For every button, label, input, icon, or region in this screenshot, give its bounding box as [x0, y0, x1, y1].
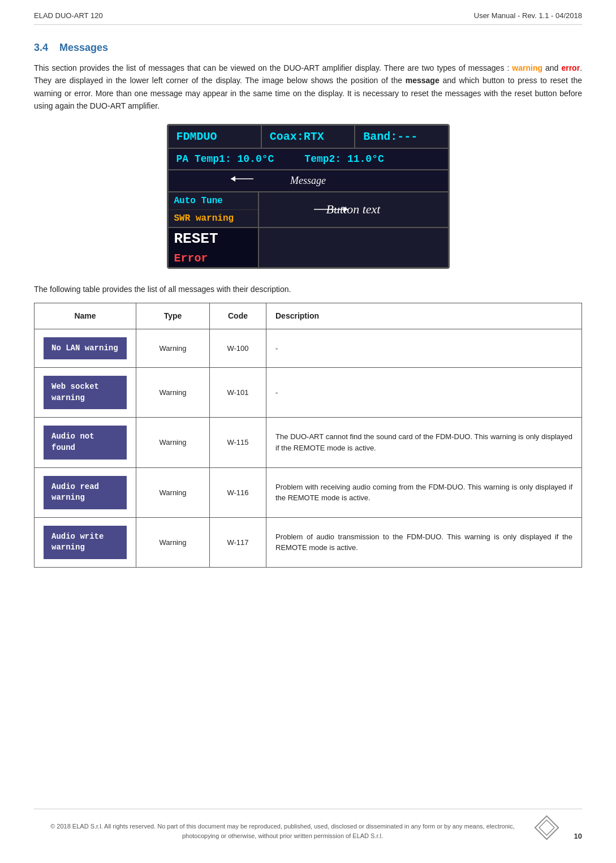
button-arrow — [314, 204, 359, 215]
table-header-row: Name Type Code Description — [35, 303, 582, 329]
table-row: Audio write warningWarningW-117Problem o… — [35, 517, 582, 567]
cell-code-4: W-117 — [210, 517, 266, 567]
section-name: Messages — [59, 42, 108, 53]
warning-word: warning — [512, 63, 542, 72]
cell-type-2: Warning — [136, 418, 210, 467]
cell-desc-2: The DUO-ART cannot find the sound card o… — [266, 418, 582, 467]
messages-table: Name Type Code Description No LAN warnin… — [34, 303, 582, 568]
table-intro: The following table provides the list of… — [34, 285, 582, 294]
th-type: Type — [136, 303, 210, 329]
header-right: User Manual - Rev. 1.1 - 04/2018 — [474, 11, 582, 20]
display-row4: Auto Tune SWR warning Button text — [169, 192, 448, 228]
footer-copyright: © 2018 ELAD S.r.l. All rights reserved. … — [34, 822, 531, 840]
name-badge-0: No LAN warning — [44, 337, 127, 360]
intro-text1: This section provides the list of messag… — [34, 63, 512, 72]
name-badge-3: Audio read warning — [44, 476, 127, 509]
display-button-text-area: Button text — [259, 192, 448, 227]
cell-name-4: Audio write warning — [35, 517, 136, 567]
display-left-col: Auto Tune SWR warning — [169, 192, 259, 227]
display-reset-col: RESET Error — [169, 228, 259, 267]
display-autotune: Auto Tune — [169, 192, 258, 210]
cell-desc-0: - — [266, 329, 582, 368]
display-image-container: FDMDUO Coax:RTX Band:--- PA Temp1: 10.0°… — [34, 124, 582, 269]
svg-marker-3 — [343, 207, 348, 212]
footer-icon-area — [531, 815, 559, 840]
cell-desc-4: Problem of audio transmission to the FDM… — [266, 517, 582, 567]
cell-name-3: Audio read warning — [35, 467, 136, 517]
diamond-icon — [534, 815, 559, 840]
th-code: Code — [210, 303, 266, 329]
cell-name-2: Audio not found — [35, 418, 136, 467]
cell-code-1: W-101 — [210, 368, 266, 418]
footer-page-number: 10 — [559, 832, 582, 840]
cell-type-0: Warning — [136, 329, 210, 368]
header-left: ELAD DUO-ART 120 — [34, 11, 103, 20]
name-badge-1: Web socket warning — [44, 376, 127, 409]
section-title: 3.4 Messages — [34, 42, 582, 54]
message-label: Message — [290, 175, 326, 187]
error-word: error — [561, 63, 580, 72]
intro-paragraph: This section provides the list of messag… — [34, 62, 582, 113]
svg-marker-4 — [535, 816, 558, 839]
svg-marker-5 — [539, 820, 554, 835]
section-number: 3.4 — [34, 42, 48, 53]
cell-type-3: Warning — [136, 467, 210, 517]
cell-name-0: No LAN warning — [35, 329, 136, 368]
display-swr: SWR warning — [169, 210, 258, 227]
display-row2: PA Temp1: 10.0°C Temp2: 11.0°C — [169, 149, 448, 170]
cell-type-1: Warning — [136, 368, 210, 418]
display-right-empty — [259, 228, 448, 267]
th-desc: Description — [266, 303, 582, 329]
display-reset: RESET — [169, 228, 258, 250]
cell-code-3: W-116 — [210, 467, 266, 517]
display-temp: PA Temp1: 10.0°C Temp2: 11.0°C — [169, 149, 448, 169]
table-row: No LAN warningWarningW-100- — [35, 329, 582, 368]
display-screen: FDMDUO Coax:RTX Band:--- PA Temp1: 10.0°… — [167, 124, 450, 269]
table-row: Audio not foundWarningW-115The DUO-ART c… — [35, 418, 582, 467]
message-bold: message — [406, 76, 440, 85]
display-error: Error — [169, 250, 258, 267]
display-row5: RESET Error — [169, 228, 448, 267]
display-band: Band:--- — [355, 126, 447, 148]
cell-type-4: Warning — [136, 517, 210, 567]
display-coax: Coax:RTX — [262, 126, 355, 148]
table-row: Web socket warningWarningW-101- — [35, 368, 582, 418]
cell-code-2: W-115 — [210, 418, 266, 467]
intro-text2: and — [542, 63, 561, 72]
cell-name-1: Web socket warning — [35, 368, 136, 418]
table-row: Audio read warningWarningW-116Problem wi… — [35, 467, 582, 517]
svg-marker-1 — [231, 176, 235, 182]
cell-desc-3: Problem with receiving audio coming from… — [266, 467, 582, 517]
message-arrow — [225, 170, 259, 187]
name-badge-4: Audio write warning — [44, 526, 127, 559]
cell-desc-1: - — [266, 368, 582, 418]
display-fdmduo: FDMDUO — [169, 126, 262, 148]
name-badge-2: Audio not found — [44, 426, 127, 459]
cell-code-0: W-100 — [210, 329, 266, 368]
th-name: Name — [35, 303, 136, 329]
display-row1: FDMDUO Coax:RTX Band:--- — [169, 126, 448, 149]
footer: © 2018 ELAD S.r.l. All rights reserved. … — [34, 809, 582, 840]
